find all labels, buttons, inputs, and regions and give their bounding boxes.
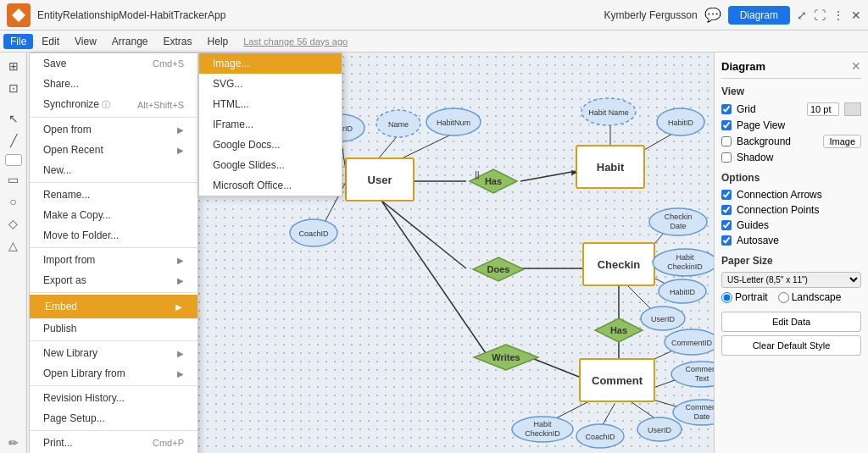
grid-pt-input[interactable] <box>807 102 839 116</box>
svg-text:HabitID: HabitID <box>668 119 694 127</box>
share-button[interactable]: Diagram <box>728 6 790 25</box>
menu-embed[interactable]: Embed▶ <box>30 295 198 318</box>
grid-color[interactable] <box>844 102 861 116</box>
grid-checkbox[interactable] <box>721 104 732 114</box>
shadow-checkbox[interactable] <box>721 152 732 163</box>
options-title: Options <box>721 172 861 184</box>
sidebar-zoom-icon[interactable]: ⊡ <box>3 78 24 98</box>
connection-arrows-label: Connection Arrows <box>737 189 861 201</box>
fullscreen-icon[interactable]: ⛶ <box>814 8 826 22</box>
image-button[interactable]: Image <box>823 135 861 148</box>
menu-extras[interactable]: Extras <box>157 34 199 49</box>
embed-google-slides[interactable]: Google Slides... <box>199 155 342 175</box>
connection-points-row: Connection Points <box>721 204 861 216</box>
svg-text:CheckinID: CheckinID <box>667 262 703 271</box>
menu-import-from[interactable]: Import from▶ <box>30 250 198 270</box>
autosave-row: Autosave <box>721 235 861 246</box>
menu-print[interactable]: Print...Cmd+P <box>30 433 198 453</box>
autosave-checkbox[interactable] <box>721 235 732 246</box>
svg-text:CheckinID: CheckinID <box>525 429 560 438</box>
guides-checkbox[interactable] <box>721 220 732 230</box>
svg-text:UserID: UserID <box>651 315 676 323</box>
page-view-checkbox[interactable] <box>721 120 732 130</box>
embed-iframe[interactable]: IFrame... <box>199 114 342 135</box>
paper-size-title: Paper Size <box>721 255 861 267</box>
sidebar-pen-icon[interactable]: ✏ <box>3 433 24 453</box>
clear-style-button[interactable]: Clear Default Style <box>721 335 861 356</box>
menu-synchronize[interactable]: Synchronize ⓘAlt+Shift+S <box>30 94 198 115</box>
menu-view[interactable]: View <box>68 34 103 49</box>
menu-arrange[interactable]: Arrange <box>105 34 155 49</box>
menu-open-recent[interactable]: Open Recent▶ <box>30 140 198 160</box>
menu-make-copy[interactable]: Make a Copy... <box>30 205 198 225</box>
connection-points-checkbox[interactable] <box>721 205 732 215</box>
embed-microsoft-office[interactable]: Microsoft Office... <box>199 175 342 196</box>
svg-text:Text: Text <box>695 374 709 383</box>
view-section: View Grid Page View Background Image Sha… <box>721 86 861 163</box>
svg-text:CoachID: CoachID <box>298 229 329 238</box>
page-view-row: Page View <box>721 119 861 131</box>
menu-new-library[interactable]: New Library▶ <box>30 343 198 363</box>
embed-html[interactable]: HTML... <box>199 94 342 114</box>
menu-file[interactable]: File <box>3 34 33 49</box>
embed-svg[interactable]: SVG... <box>199 74 342 94</box>
svg-text:Has: Has <box>485 176 502 186</box>
svg-text:CoachID: CoachID <box>585 433 615 441</box>
menu-edit[interactable]: Edit <box>35 34 66 49</box>
portrait-label[interactable]: Portrait <box>721 291 768 303</box>
svg-text:User: User <box>368 174 392 186</box>
expand-icon[interactable]: ⤢ <box>797 8 807 22</box>
embed-google-docs[interactable]: Google Docs... <box>199 135 342 155</box>
svg-text:Habit: Habit <box>533 420 552 428</box>
menu-revision-history[interactable]: Revision History... <box>30 388 198 408</box>
sidebar-shape-rect-icon[interactable] <box>5 154 22 166</box>
connection-arrows-checkbox[interactable] <box>721 190 732 200</box>
menu-help[interactable]: Help <box>201 34 236 49</box>
svg-text:Writes: Writes <box>492 352 520 362</box>
svg-text:CommentID: CommentID <box>671 339 713 347</box>
svg-text:Has: Has <box>610 325 627 335</box>
grid-label: Grid <box>737 103 802 115</box>
sidebar-line-icon[interactable]: ╱ <box>3 130 24 151</box>
paper-size-select[interactable]: US-Letter (8,5" x 11") <box>721 272 861 288</box>
sidebar-shape-rounded-icon[interactable]: ▭ <box>3 169 24 190</box>
menu-share[interactable]: Share... <box>30 74 198 94</box>
svg-text:Habit: Habit <box>597 161 625 174</box>
file-dropdown-menu: SaveCmd+S Share... Synchronize ⓘAlt+Shif… <box>29 52 198 453</box>
menu-open-library-from[interactable]: Open Library from▶ <box>30 363 198 384</box>
menu-new[interactable]: New... <box>30 160 198 180</box>
right-panel-close[interactable]: ✕ <box>851 59 861 73</box>
more-icon[interactable]: ⋮ <box>832 8 844 22</box>
menu-open-from[interactable]: Open from▶ <box>30 119 198 140</box>
svg-marker-0 <box>12 8 25 22</box>
menu-export-as[interactable]: Export as▶ <box>30 270 198 290</box>
menu-save[interactable]: SaveCmd+S <box>30 53 198 74</box>
landscape-radio[interactable] <box>778 292 789 303</box>
portrait-radio[interactable] <box>721 292 732 303</box>
sidebar-shape-tri-icon[interactable]: △ <box>3 235 24 256</box>
grid-row: Grid <box>721 102 861 116</box>
shadow-label: Shadow <box>737 152 861 163</box>
svg-text:Does: Does <box>487 264 510 274</box>
chat-icon[interactable]: 💬 <box>704 7 721 23</box>
menubar: File Edit View Arrange Extras Help Last … <box>0 30 868 52</box>
menu-publish[interactable]: Publish <box>30 318 198 339</box>
close-window-icon[interactable]: ✕ <box>851 8 861 22</box>
embed-image[interactable]: Image... <box>199 53 342 74</box>
svg-text:HabitID: HabitID <box>670 288 696 296</box>
menu-rename[interactable]: Rename... <box>30 185 198 205</box>
edit-data-button[interactable]: Edit Data <box>721 312 861 332</box>
app-title: EntityRelationshipModel-HabitTrackerApp <box>37 9 225 21</box>
sidebar-shape-diamond-icon[interactable]: ◇ <box>3 213 24 234</box>
landscape-label[interactable]: Landscape <box>778 291 842 303</box>
svg-text:UserID: UserID <box>648 426 672 434</box>
menu-move-folder[interactable]: Move to Folder... <box>30 225 198 246</box>
sidebar-home-icon[interactable]: ⊞ <box>3 56 24 76</box>
svg-text:Checkin: Checkin <box>665 213 693 221</box>
sidebar-shape-ellipse-icon[interactable]: ○ <box>3 191 24 212</box>
svg-text:Checkin: Checkin <box>598 258 641 271</box>
menu-page-setup[interactable]: Page Setup... <box>30 408 198 428</box>
background-checkbox[interactable] <box>721 136 732 146</box>
paper-size-section: Paper Size US-Letter (8,5" x 11") Portra… <box>721 255 861 303</box>
sidebar-cursor-icon[interactable]: ↖ <box>3 108 24 129</box>
